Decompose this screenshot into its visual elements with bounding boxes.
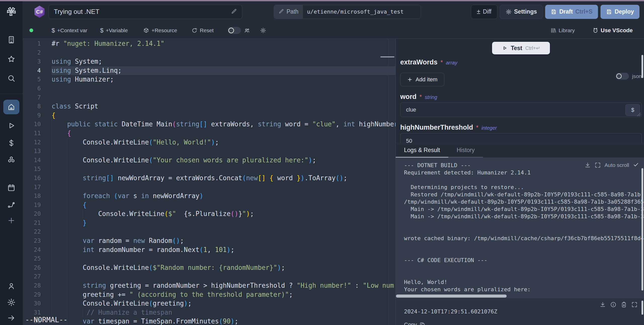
code-editor[interactable]: 1234567891011121314151617181920212223242… bbox=[23, 39, 395, 325]
use-vscode-button[interactable]: Use VScode bbox=[592, 27, 633, 34]
code-line[interactable] bbox=[52, 254, 395, 263]
auto-scroll-checkbox[interactable] bbox=[633, 161, 639, 169]
variables-dollar-icon[interactable] bbox=[0, 139, 23, 147]
collapse-arrow-icon[interactable] bbox=[0, 314, 23, 322]
json-toggle[interactable] bbox=[616, 73, 629, 80]
tab-history[interactable]: History bbox=[448, 143, 483, 158]
copy-button[interactable]: Copy bbox=[404, 321, 425, 325]
code-line[interactable]: Console.WriteLine($"Random number: {rand… bbox=[52, 263, 395, 272]
panel-resize-handle[interactable] bbox=[380, 56, 394, 57]
draft-button[interactable]: Draft Ctrl+S bbox=[545, 5, 598, 19]
code-line[interactable]: Console.WriteLine($" {s.Pluralize()}"); bbox=[52, 209, 395, 219]
add-variable-button[interactable]: $ +Variable bbox=[100, 27, 128, 34]
editor-settings-button[interactable] bbox=[260, 27, 266, 33]
code-line[interactable]: Console.WriteLine(greeting); bbox=[52, 299, 395, 308]
add-item-button[interactable]: Add item bbox=[400, 73, 444, 86]
highnumberthreshold-input[interactable]: 50 bbox=[400, 133, 642, 143]
download-icon[interactable] bbox=[599, 301, 606, 308]
settings-gear-icon[interactable] bbox=[0, 298, 23, 307]
result-scrollbar[interactable] bbox=[641, 301, 643, 315]
user-icon[interactable] bbox=[0, 282, 23, 290]
code-line[interactable] bbox=[52, 272, 395, 281]
code-line[interactable] bbox=[52, 93, 395, 102]
code-area[interactable]: #r "nuget: Humanizer, 2.14.1"using Syste… bbox=[52, 39, 395, 325]
expand-icon[interactable] bbox=[594, 162, 601, 168]
code-line[interactable]: Console.WriteLine("Hello, World!"); bbox=[52, 138, 395, 147]
schedules-calendar-icon[interactable] bbox=[0, 184, 23, 192]
library-button[interactable]: Library bbox=[550, 27, 575, 33]
code-line[interactable] bbox=[52, 48, 395, 57]
code-line[interactable] bbox=[52, 227, 395, 236]
code-line[interactable]: #r "nuget: Humanizer, 2.14.1" bbox=[52, 39, 395, 48]
flows-route-icon[interactable] bbox=[0, 201, 23, 209]
code-line[interactable]: { bbox=[52, 111, 395, 120]
code-line[interactable]: using System; bbox=[52, 57, 395, 66]
line-number: 17 bbox=[23, 183, 41, 192]
reset-button[interactable]: Reset bbox=[191, 27, 214, 33]
edit-title-pencil-icon[interactable] bbox=[231, 8, 237, 15]
code-line[interactable]: using Humanizer; bbox=[52, 75, 395, 84]
test-button[interactable]: Test Ctrl+↵ bbox=[492, 42, 550, 54]
code-line[interactable] bbox=[52, 165, 395, 174]
code-line[interactable] bbox=[52, 147, 395, 156]
search-icon[interactable] bbox=[0, 74, 23, 83]
script-title-input[interactable]: Trying out .NET bbox=[49, 5, 242, 19]
code-line[interactable]: int randomNumber = random.Next(1, 101); bbox=[52, 245, 395, 255]
code-line[interactable] bbox=[52, 183, 395, 192]
multiplayer-button[interactable] bbox=[244, 27, 250, 33]
code-line[interactable]: // Humanize a timespan bbox=[52, 308, 395, 317]
log-output-panel[interactable]: --- DOTNET BUILD --- Requirement detecte… bbox=[396, 158, 644, 299]
code-line[interactable]: string[] newWordArray = extraWords.Conca… bbox=[52, 174, 395, 183]
code-line[interactable] bbox=[52, 84, 395, 93]
indent-guide bbox=[67, 219, 67, 228]
code-line[interactable]: var timespan = TimeSpan.FromMinutes(90); bbox=[52, 317, 395, 325]
editor-toolbar: $ +Context var $ +Variable +Resource Res… bbox=[23, 22, 644, 39]
code-line[interactable]: string greeting = randomNumber > highNum… bbox=[52, 281, 395, 290]
field-label-highnumberthreshold: highNumberThreshold* integer bbox=[400, 124, 642, 131]
code-line[interactable]: class Script bbox=[52, 102, 395, 111]
favorites-star-icon[interactable] bbox=[0, 55, 23, 63]
clipboard-icon[interactable] bbox=[621, 301, 627, 308]
deploy-button[interactable]: Deploy bbox=[600, 5, 639, 19]
textarea-resize-handle[interactable] bbox=[637, 113, 641, 116]
diff-mode-toggle[interactable] bbox=[228, 27, 241, 34]
code-line[interactable]: { bbox=[52, 129, 395, 138]
code-line[interactable]: greeting += " (according to the threshol… bbox=[52, 290, 395, 299]
form-scrollbar[interactable] bbox=[641, 55, 643, 78]
code-line[interactable]: } bbox=[52, 219, 395, 228]
workspace-icon[interactable] bbox=[0, 35, 23, 44]
path-field[interactable]: Path u/etienne/microsoft_java_test bbox=[274, 5, 421, 19]
add-resource-label: +Resource bbox=[151, 27, 177, 33]
required-asterisk: * bbox=[476, 124, 478, 131]
windmill-logo-icon[interactable] bbox=[0, 5, 23, 17]
code-line[interactable]: var random = new Random(); bbox=[52, 236, 395, 245]
line-number: 10 bbox=[23, 120, 41, 129]
draft-shortcut: Ctrl+S bbox=[575, 8, 592, 15]
create-plus-icon[interactable] bbox=[0, 216, 23, 225]
indent-guide bbox=[52, 174, 52, 183]
edit-path-pencil-icon[interactable] bbox=[278, 9, 284, 15]
runs-play-icon[interactable] bbox=[0, 121, 23, 130]
code-line[interactable]: foreach (var s in newWordArray) bbox=[52, 192, 395, 201]
right-panel: Test Ctrl+↵ extraWords* array Add item j… bbox=[395, 39, 644, 325]
sidebar-item-home-active[interactable] bbox=[3, 100, 19, 114]
path-label: Path bbox=[287, 8, 298, 15]
line-number: 30 bbox=[23, 299, 41, 308]
code-line[interactable]: using System.Linq; bbox=[52, 66, 395, 75]
code-line[interactable]: { bbox=[52, 201, 395, 210]
line-number: 27 bbox=[23, 272, 41, 281]
settings-button[interactable]: Settings bbox=[500, 5, 543, 19]
download-icon[interactable] bbox=[584, 162, 591, 168]
tab-logs-result[interactable]: Logs & Result bbox=[396, 143, 448, 158]
expand-icon[interactable] bbox=[631, 301, 638, 308]
code-line[interactable]: public static DateTime Main(string[] ext… bbox=[52, 120, 395, 129]
diff-button[interactable]: ± Diff bbox=[471, 5, 497, 19]
resources-cubes-icon[interactable] bbox=[0, 156, 23, 164]
info-icon[interactable] bbox=[610, 301, 617, 308]
log-horizontal-scrollbar[interactable] bbox=[396, 295, 507, 298]
code-line[interactable]: Console.WriteLine("Your chosen words are… bbox=[52, 156, 395, 165]
log-scrollbar[interactable] bbox=[641, 168, 643, 291]
add-context-var-button[interactable]: $ +Context var bbox=[52, 27, 87, 34]
word-input[interactable]: clue $ bbox=[400, 102, 642, 117]
add-resource-button[interactable]: +Resource bbox=[143, 27, 177, 33]
